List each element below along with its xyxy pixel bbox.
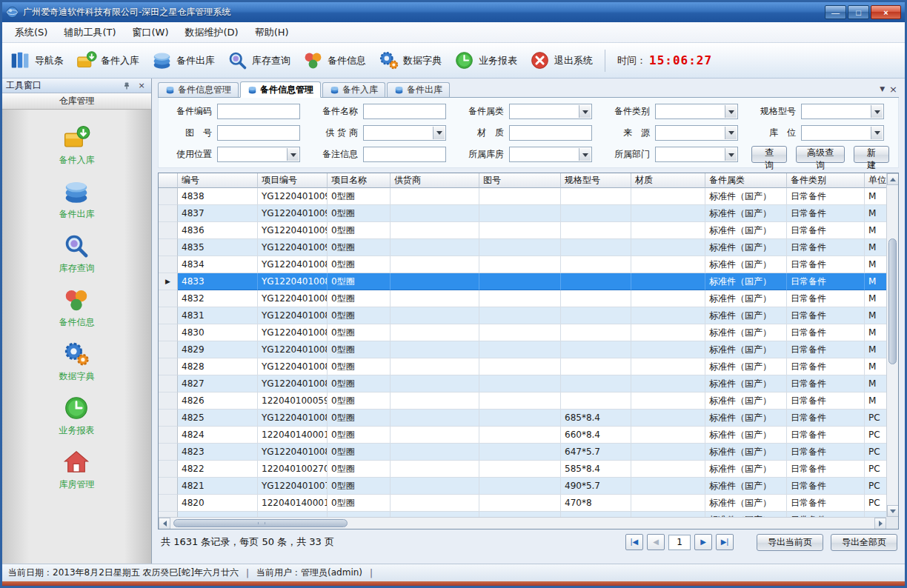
maximize-button[interactable]: □ <box>848 5 869 19</box>
cell-supplier[interactable] <box>391 461 479 478</box>
cell-material[interactable] <box>631 427 705 444</box>
tab-parts-info-manage-2[interactable]: 备件信息管理 <box>240 81 321 98</box>
cell-project-name[interactable]: 0型圈 <box>328 307 391 324</box>
cell-number[interactable]: 4838 <box>178 188 258 205</box>
cell-unit[interactable]: M <box>865 256 886 273</box>
cell-material[interactable] <box>631 341 705 358</box>
cell-project-name[interactable]: 0型圈 <box>328 427 391 444</box>
menu-aux-tools[interactable]: 辅助工具(T) <box>56 23 124 42</box>
cell-project-code[interactable]: 1220401002700 <box>258 461 328 478</box>
cell-project-code[interactable]: YG12204010088 <box>258 273 328 290</box>
export-all-pages-button[interactable]: 导出全部页 <box>831 534 897 551</box>
part-name-input[interactable] <box>363 104 446 119</box>
cell-supplier[interactable] <box>391 495 479 512</box>
cell-project-code[interactable]: YG12204010087 <box>258 290 328 307</box>
cell-part-category[interactable]: 标准件（国产） <box>705 375 787 392</box>
source-select[interactable] <box>655 125 738 141</box>
cell-project-code[interactable]: YG12204010092 <box>258 205 328 222</box>
column-header-number[interactable]: 编号 <box>178 173 258 188</box>
cell-material[interactable] <box>631 512 705 517</box>
cell-material[interactable] <box>631 375 705 392</box>
cell-part-type[interactable]: 日常备件 <box>787 375 865 392</box>
part-code-input[interactable] <box>217 104 300 119</box>
cell-unit[interactable]: PC <box>865 427 886 444</box>
row-selector-cell[interactable] <box>159 512 178 517</box>
cell-spec-model[interactable] <box>561 188 631 205</box>
cell-part-category[interactable]: 标准件（国产） <box>705 256 787 273</box>
cell-project-name[interactable]: 0型圈 <box>328 495 391 512</box>
cell-project-code[interactable] <box>258 512 328 517</box>
cell-number[interactable]: 4833 <box>178 273 258 290</box>
cell-unit[interactable]: PC <box>865 410 886 427</box>
column-header-spec-model[interactable]: 规格型号 <box>561 173 631 188</box>
page-next-button[interactable]: ▶ <box>694 534 712 550</box>
cell-project-code[interactable]: YG12204010089 <box>258 256 328 273</box>
cell-material[interactable] <box>631 188 705 205</box>
row-selector-cell[interactable] <box>159 239 178 256</box>
cell-supplier[interactable] <box>391 444 479 461</box>
toolbar-item-parts-info[interactable]: 备件信息 <box>302 50 366 71</box>
page-first-button[interactable]: |◀ <box>625 534 643 550</box>
department-select[interactable] <box>655 147 738 162</box>
column-header-project-name[interactable]: 项目名称 <box>328 173 391 188</box>
scroll-right-icon[interactable] <box>874 518 886 529</box>
cell-project-name[interactable]: 0型圈 <box>328 324 391 341</box>
cell-spec-model[interactable]: 585*8.4 <box>561 461 631 478</box>
column-header-material[interactable]: 材质 <box>631 173 705 188</box>
cell-part-type[interactable]: 日常备件 <box>787 307 865 324</box>
usage-position-select[interactable] <box>217 147 300 162</box>
cell-number[interactable]: 4837 <box>178 205 258 222</box>
cell-unit[interactable]: M <box>865 239 886 256</box>
column-header-part-type[interactable]: 备件类别 <box>787 173 865 188</box>
toolbar-item-navigation[interactable]: 导航条 <box>10 50 64 71</box>
cell-unit[interactable]: M <box>865 375 886 392</box>
table-row[interactable]: 4827 YG12204010082 0型圈 标准件（国产） 日常备件 M <box>159 375 886 392</box>
cell-drawing-no[interactable] <box>479 495 561 512</box>
toolbar-item-exit-system[interactable]: 退出系统 <box>529 50 593 71</box>
cell-unit[interactable]: M <box>865 188 886 205</box>
row-selector-cell[interactable] <box>159 392 178 410</box>
cell-project-code[interactable]: 1220401400012 <box>258 427 328 444</box>
table-row[interactable]: 4822 1220401002700 0型圈 585*8.4 标准件（国产） 日… <box>159 461 886 478</box>
cell-project-code[interactable]: YG12204010081 <box>258 410 328 427</box>
cell-number[interactable]: 4829 <box>178 341 258 358</box>
cell-part-category[interactable]: 标准件（国产） <box>705 239 787 256</box>
table-row[interactable]: 4834 YG12204010089 0型圈 标准件（国产） 日常备件 M <box>159 256 886 273</box>
vertical-scroll-thumb[interactable] <box>888 238 897 364</box>
cell-number[interactable]: 4822 <box>178 461 258 478</box>
cell-supplier[interactable] <box>391 222 479 239</box>
row-selector-cell[interactable] <box>159 324 178 341</box>
cell-unit[interactable]: PC <box>865 444 886 461</box>
cell-part-category[interactable]: 标准件（国产） <box>705 444 787 461</box>
table-row[interactable]: 4836 YG12204010091 0型圈 标准件（国产） 日常备件 M <box>159 222 886 239</box>
cell-number[interactable] <box>178 512 258 517</box>
cell-project-name[interactable]: 0型圈 <box>328 290 391 307</box>
cell-part-category[interactable]: 标准件（国产） <box>705 461 787 478</box>
table-row[interactable]: 4828 YG12204010083 0型圈 标准件（国产） 日常备件 M <box>159 358 886 375</box>
menu-window[interactable]: 窗口(W) <box>124 23 177 42</box>
cell-supplier[interactable] <box>391 478 479 495</box>
cell-spec-model[interactable] <box>561 307 631 324</box>
cell-project-code[interactable]: 1220401400013 <box>258 495 328 512</box>
row-selector-cell[interactable] <box>159 478 178 495</box>
cell-supplier[interactable] <box>391 205 479 222</box>
cell-project-name[interactable]: 0型圈 <box>328 410 391 427</box>
vertical-scrollbar[interactable] <box>886 173 898 517</box>
tab-close-icon[interactable]: × <box>889 84 897 94</box>
cell-number[interactable]: 4835 <box>178 239 258 256</box>
cell-number[interactable]: 4820 <box>178 495 258 512</box>
row-selector-cell[interactable] <box>159 290 178 307</box>
scroll-up-icon[interactable] <box>887 173 899 185</box>
toolbar-item-business-report[interactable]: 业务报表 <box>454 50 517 71</box>
toolbar-item-parts-outbound[interactable]: 备件出库 <box>151 50 215 71</box>
cell-drawing-no[interactable] <box>479 341 561 358</box>
cell-project-code[interactable]: YG12204010093 <box>258 188 328 205</box>
cell-spec-model[interactable]: 470*8 <box>561 495 631 512</box>
cell-project-name[interactable]: 0型圈 <box>328 392 391 410</box>
table-row[interactable]: 4829 YG12204010084 0型圈 标准件（国产） 日常备件 M <box>159 341 886 358</box>
table-row[interactable]: 4830 YG12204010085 0型圈 标准件（国产） 日常备件 M <box>159 324 886 341</box>
cell-spec-model[interactable] <box>561 290 631 307</box>
cell-project-name[interactable]: 0型圈 <box>328 461 391 478</box>
table-row[interactable]: 4837 YG12204010092 0型圈 标准件（国产） 日常备件 M <box>159 205 886 222</box>
advanced-query-button[interactable]: 高级查询 <box>796 146 845 163</box>
